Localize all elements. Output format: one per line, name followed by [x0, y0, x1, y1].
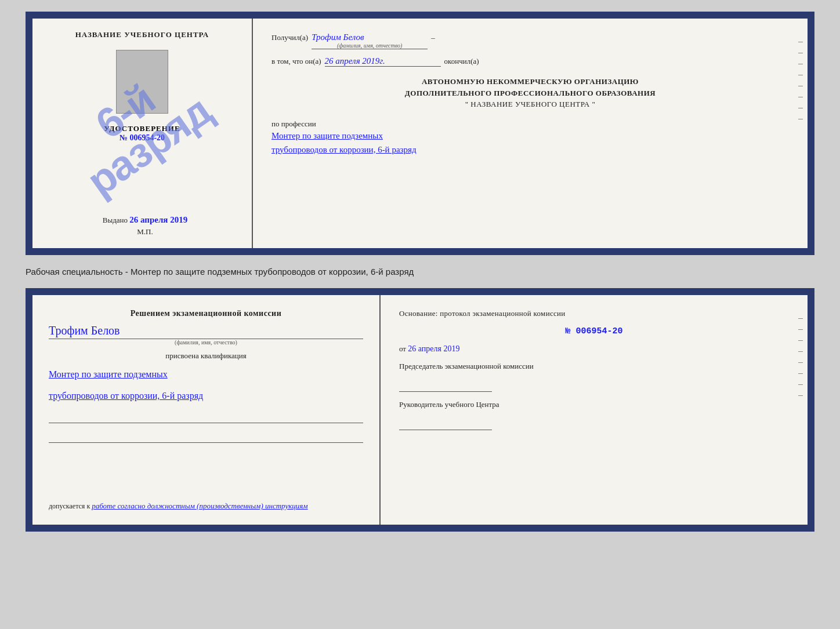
ot-label: от — [399, 344, 406, 353]
side-decoration — [798, 42, 803, 119]
qual-line2: трубопроводов от коррозии, 6-й разряд — [49, 388, 363, 403]
vydano-block: Выдано 26 апреля 2019 — [97, 215, 187, 225]
predsedatel-block: Председатель экзаменационной комиссии — [399, 362, 789, 392]
rukovoditel-signature-line — [399, 416, 492, 430]
bottom-certificate: Решением экзаменационной комиссии Трофим… — [26, 288, 814, 532]
ot-date-block: от 26 апреля 2019 — [399, 344, 789, 354]
cert-bottom-right: Основание: протокол экзаменационной коми… — [381, 295, 808, 525]
signature-lines — [49, 412, 363, 443]
vydano-date: 26 апреля 2019 — [129, 215, 187, 224]
rukovoditel-block: Руководитель учебного Центра — [399, 400, 789, 430]
org-line2: ДОПОЛНИТЕЛЬНОГО ПРОФЕССИОНАЛЬНОГО ОБРАЗО… — [271, 88, 789, 99]
po-professii-label: по профессии — [271, 119, 316, 128]
middle-text: Рабочая специальность - Монтер по защите… — [26, 264, 814, 279]
top-title: НАЗВАНИЕ УЧЕБНОГО ЦЕНТРА — [75, 30, 209, 39]
predsedatel-label: Председатель экзаменационной комиссии — [399, 362, 789, 371]
cert-left-panel: НАЗВАНИЕ УЧЕБНОГО ЦЕНТРА 6-йразряд УДОСТ… — [32, 19, 253, 248]
profession-line1: Монтер по защите подземных — [271, 129, 789, 143]
side-decoration-bottom — [798, 318, 803, 396]
dopuskaetsya-block: допускается к работе согласно должностны… — [49, 501, 363, 511]
cert-bottom-left: Решением экзаменационной комиссии Трофим… — [32, 295, 381, 525]
fio-hint-top: (фамилия, имя, отчество) — [312, 42, 428, 49]
cert-number: № 006954-20 — [104, 133, 180, 143]
person-name-top: Трофим Белов — [312, 32, 364, 42]
specialty-label: Рабочая специальность - Монтер по защите… — [26, 267, 414, 277]
udostoverenie-label: УДОСТОВЕРЕНИЕ — [104, 124, 180, 133]
profession-block: по профессии Монтер по защите подземных … — [271, 119, 789, 157]
predsedatel-signature-line — [399, 378, 492, 392]
person-name-bottom: Трофим Белов — [49, 324, 363, 339]
photo-placeholder — [116, 50, 168, 114]
dopuskaetsya-value: работе согласно должностным (производств… — [92, 501, 307, 510]
org-line3: " НАЗВАНИЕ УЧЕБНОГО ЦЕНТРА " — [271, 99, 789, 110]
v-tom-row: в том, что он(а) 26 апреля 2019г. окончи… — [271, 56, 789, 67]
dash-top: – — [431, 33, 435, 42]
org-block: АВТОНОМНУЮ НЕКОММЕРЧЕСКУЮ ОРГАНИЗАЦИЮ ДО… — [271, 76, 789, 110]
rukovoditel-label: Руководитель учебного Центра — [399, 400, 789, 409]
ot-date-value: 26 апреля 2019 — [408, 344, 459, 353]
poluchil-label: Получил(а) — [271, 33, 308, 42]
v-tom-label: в том, что он(а) — [271, 57, 321, 66]
profession-line2: трубопроводов от коррозии, 6-й разряд — [271, 143, 789, 157]
person-name-bottom-wrap: Трофим Белов (фамилия, имя, отчество) — [49, 324, 363, 346]
poluchil-row: Получил(а) Трофим Белов (фамилия, имя, о… — [271, 32, 789, 49]
date-value-top: 26 апреля 2019г. — [325, 56, 441, 67]
qual-line1: Монтер по защите подземных — [49, 366, 363, 382]
fio-hint-bottom: (фамилия, имя, отчество) — [49, 339, 363, 346]
protocol-num: № 006954-20 — [399, 326, 789, 336]
mp-label: М.П. — [131, 227, 153, 237]
osnov-label: Основание: протокол экзаменационной коми… — [399, 309, 789, 318]
okончил-label: окончил(а) — [444, 57, 479, 66]
poluchil-value: Трофим Белов (фамилия, имя, отчество) — [312, 32, 428, 49]
top-certificate: НАЗВАНИЕ УЧЕБНОГО ЦЕНТРА 6-йразряд УДОСТ… — [26, 12, 814, 255]
komissia-title: Решением экзаменационной комиссии — [49, 309, 363, 318]
udostoverenie-block: УДОСТОВЕРЕНИЕ № 006954-20 — [104, 124, 180, 143]
org-line1: АВТОНОМНУЮ НЕКОММЕРЧЕСКУЮ ОРГАНИЗАЦИЮ — [271, 76, 789, 88]
dopuskaetsya-label: допускается к — [49, 502, 90, 510]
vydano-label: Выдано — [103, 216, 128, 224]
cert-right-panel: Получил(а) Трофим Белов (фамилия, имя, о… — [253, 19, 808, 248]
prisvoena-label: присвоена квалификация — [49, 351, 363, 361]
